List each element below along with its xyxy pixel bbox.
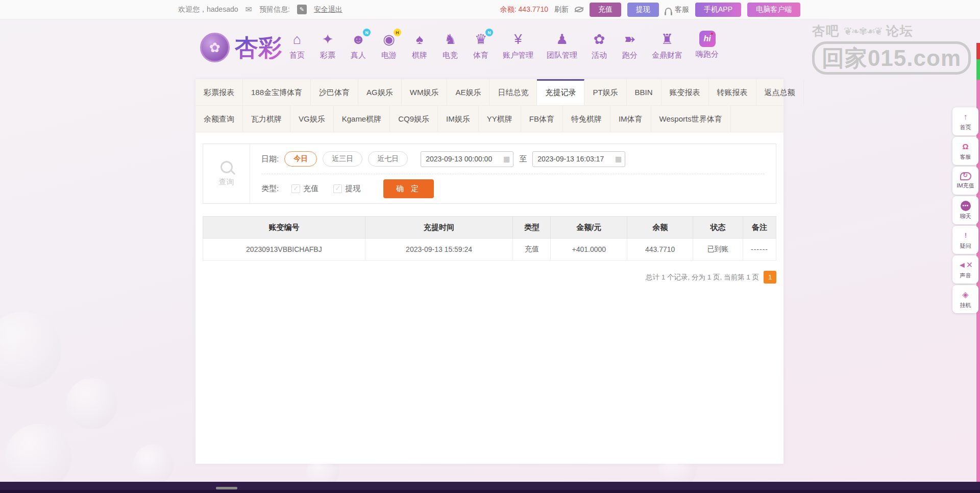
tab[interactable]: Wesports世界体育 bbox=[651, 106, 731, 132]
decor-ball bbox=[66, 378, 117, 429]
tab[interactable]: 日结总览 bbox=[489, 79, 537, 105]
side-tool[interactable]: ↻ IM充值 bbox=[952, 167, 978, 195]
deposit-button[interactable]: 充值 bbox=[590, 3, 621, 17]
scrollbar-segment-green bbox=[976, 59, 980, 80]
nav-item[interactable]: ☻ N 真人 bbox=[343, 31, 374, 60]
logout-link[interactable]: 安全退出 bbox=[314, 5, 342, 14]
nav-item[interactable]: ♜ 金鼎财富 bbox=[645, 31, 689, 60]
balance-display: 余额:443.7710 bbox=[500, 5, 548, 14]
cards-icon: ♠ bbox=[411, 31, 428, 48]
tab[interactable]: 188金宝博体育 bbox=[243, 79, 311, 105]
tab[interactable]: 彩票报表 bbox=[195, 79, 243, 105]
nav-label: 团队管理 bbox=[547, 51, 577, 60]
tab[interactable]: 充提记录 bbox=[537, 79, 584, 105]
nav-item[interactable]: ¥ 账户管理 bbox=[496, 31, 540, 60]
type-deposit-checkbox[interactable]: 充值 bbox=[291, 184, 318, 194]
forum-watermark: 杏吧 ❦❧✾☙❦ 论坛 回家015.com bbox=[812, 22, 971, 75]
side-tool-label: 首页 bbox=[960, 124, 971, 131]
date-range-button[interactable]: 今日 bbox=[284, 151, 317, 167]
brand-logo[interactable]: ✿ 杏彩 bbox=[200, 33, 282, 62]
nav-item[interactable]: ✦ 彩票 bbox=[312, 31, 343, 60]
side-tool[interactable]: ⋯ 聊天 bbox=[952, 196, 978, 224]
customer-service-label: 客服 bbox=[675, 5, 689, 14]
mail-icon[interactable]: ✉ bbox=[246, 5, 252, 14]
tab[interactable]: VG娱乐 bbox=[290, 106, 334, 132]
side-tool[interactable]: Ω 客服 bbox=[952, 137, 978, 165]
side-tool[interactable]: ↑ 首页 bbox=[952, 107, 978, 135]
col-header: 余额 bbox=[627, 217, 693, 239]
pagination-summary: 总计 1 个记录, 分为 1 页, 当前第 1 页 bbox=[646, 273, 759, 282]
im-recharge-icon: ↻ bbox=[960, 172, 971, 180]
team-icon: ♟ bbox=[553, 31, 571, 48]
col-header: 充提时间 bbox=[365, 217, 513, 239]
date-range-button[interactable]: 近七日 bbox=[368, 151, 408, 167]
refresh-link[interactable]: 刷新 bbox=[554, 5, 569, 14]
nav-item[interactable]: hi 嗨跑分 bbox=[689, 31, 725, 59]
hide-balance-eye-icon[interactable] bbox=[575, 7, 583, 12]
date-from-input[interactable] bbox=[421, 151, 513, 167]
nav-item[interactable]: ✿ 活动 bbox=[584, 31, 615, 60]
withdraw-button[interactable]: 提现 bbox=[627, 3, 659, 17]
tab[interactable]: 余额查询 bbox=[195, 106, 243, 132]
edit-pencil-icon[interactable]: ✎ bbox=[297, 5, 307, 14]
footer-bar bbox=[0, 482, 980, 493]
watermark-url: 回家015.com bbox=[812, 41, 971, 75]
nav-item[interactable]: ♟ 团队管理 bbox=[540, 31, 584, 60]
query-panel: 查询 日期: 今日 近三日 近七日 bbox=[203, 144, 776, 204]
nav-item[interactable]: ⌂ 首页 bbox=[282, 31, 312, 60]
tab[interactable]: CQ9娱乐 bbox=[390, 106, 438, 132]
tab[interactable]: 转账报表 bbox=[709, 79, 756, 105]
cell-remark: ------ bbox=[743, 239, 776, 261]
brand-emblem-icon: ✿ bbox=[200, 33, 230, 62]
report-tabs: 彩票报表 188金宝博体育 沙巴体育 AG娱乐 WM娱乐 bbox=[195, 79, 783, 132]
tab[interactable]: IM体育 bbox=[610, 106, 651, 132]
tab[interactable]: YY棋牌 bbox=[479, 106, 521, 132]
nav-label: 账户管理 bbox=[503, 51, 533, 60]
side-toolbar: ↑ 首页 Ω 客服 ↻ IM充值 ⋯ 聊天 ! 疑问 ◄✕ 声音 ◈ 挂机 bbox=[952, 107, 978, 313]
mobile-app-button[interactable]: 手机APP bbox=[695, 3, 741, 17]
nav-item[interactable]: ➽ 跑分 bbox=[615, 31, 645, 60]
question-icon: ! bbox=[961, 230, 971, 241]
nav-badge: N bbox=[485, 29, 493, 36]
tab[interactable]: 瓦力棋牌 bbox=[243, 106, 290, 132]
tab[interactable]: FB体育 bbox=[521, 106, 563, 132]
nav-badge: N bbox=[363, 29, 371, 36]
pc-client-button[interactable]: 电脑客户端 bbox=[747, 3, 800, 17]
tab[interactable]: 账变报表 bbox=[662, 79, 709, 105]
confirm-button[interactable]: 确 定 bbox=[383, 179, 434, 198]
customer-service-link[interactable]: 客服 bbox=[665, 5, 689, 14]
nav-item[interactable]: ♠ 棋牌 bbox=[404, 31, 435, 60]
date-to-input[interactable] bbox=[532, 151, 625, 167]
cell-status: 已到账 bbox=[693, 239, 743, 261]
tab[interactable]: BBIN bbox=[627, 79, 662, 105]
gift-icon: ✿ bbox=[591, 31, 608, 48]
tab[interactable]: IM娱乐 bbox=[438, 106, 479, 132]
tab[interactable]: WM娱乐 bbox=[402, 79, 448, 105]
tab[interactable]: PT娱乐 bbox=[584, 79, 626, 105]
checkbox-icon bbox=[291, 184, 300, 193]
main-nav: ⌂ 首页 ✦ 彩票 ☻ N 真人 bbox=[282, 31, 725, 60]
page-button-1[interactable]: 1 bbox=[764, 271, 776, 284]
footer-chip bbox=[216, 487, 237, 489]
tab[interactable]: AG娱乐 bbox=[358, 79, 402, 105]
date-range-button[interactable]: 近三日 bbox=[323, 151, 362, 167]
nav-item[interactable]: ♞ 电竞 bbox=[435, 31, 465, 60]
cell-amount: +401.0000 bbox=[551, 239, 627, 261]
side-tool[interactable]: ◄✕ 声音 bbox=[952, 255, 978, 284]
tab[interactable]: AE娱乐 bbox=[447, 79, 489, 105]
table-header-row: 账变编号 充提时间 类型 金额/元 余额 状态 备注 bbox=[203, 217, 776, 239]
esports-icon: ♞ bbox=[442, 31, 459, 48]
flourish-ornament-icon: ❦❧✾☙❦ bbox=[844, 25, 882, 37]
tab[interactable]: 返点总额 bbox=[756, 79, 804, 105]
tab[interactable]: 沙巴体育 bbox=[311, 79, 358, 105]
tab[interactable]: Kgame棋牌 bbox=[334, 106, 390, 132]
tab[interactable]: 特兔棋牌 bbox=[563, 106, 610, 132]
nav-item[interactable]: ♛ N 体育 bbox=[465, 31, 496, 60]
nav-item[interactable]: ◉ H 电游 bbox=[374, 31, 404, 60]
type-withdraw-checkbox[interactable]: 提现 bbox=[333, 184, 360, 194]
col-header: 类型 bbox=[513, 217, 551, 239]
side-tool[interactable]: ◈ 挂机 bbox=[952, 285, 978, 313]
side-tool[interactable]: ! 疑问 bbox=[952, 226, 978, 254]
nav-badge: H bbox=[394, 29, 401, 36]
hi-app-icon: hi bbox=[699, 31, 716, 47]
